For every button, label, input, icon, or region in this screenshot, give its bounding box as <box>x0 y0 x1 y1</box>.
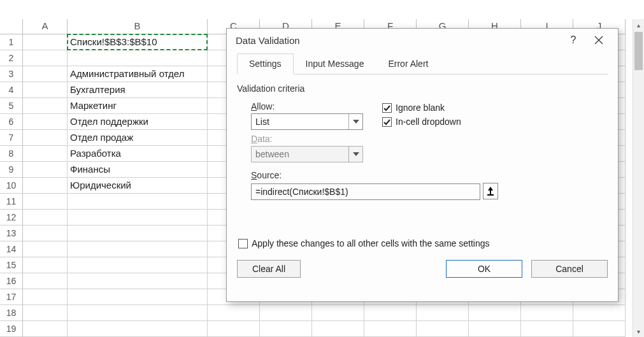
cell-A16[interactable] <box>23 273 68 289</box>
cell-E18[interactable] <box>312 305 364 321</box>
cell-I19[interactable] <box>521 321 573 337</box>
row-header-18[interactable]: 18 <box>0 305 23 321</box>
row-header-9[interactable]: 9 <box>0 162 23 178</box>
cell-A19[interactable] <box>23 321 68 337</box>
cell-B6[interactable]: Отдел поддержки <box>68 114 208 130</box>
tab-error-alert[interactable]: Error Alert <box>376 54 440 75</box>
apply-to-same-checkbox[interactable]: Apply these changes to all other cells w… <box>238 238 608 248</box>
cell-B4[interactable]: Бухгалтерия <box>68 82 208 98</box>
cell-E19[interactable] <box>312 321 364 337</box>
cell-H18[interactable] <box>469 305 521 321</box>
cell-A5[interactable] <box>23 98 68 114</box>
svg-marker-4 <box>488 187 493 194</box>
row-header-7[interactable]: 7 <box>0 130 23 146</box>
range-picker-icon <box>487 187 494 196</box>
cell-B17[interactable] <box>68 289 208 305</box>
incell-dropdown-checkbox[interactable]: In-cell dropdown <box>382 117 461 127</box>
row-header-1[interactable]: 1 <box>0 34 23 50</box>
cell-B14[interactable] <box>68 241 208 257</box>
tab-input-message[interactable]: Input Message <box>294 54 376 75</box>
column-header-b[interactable]: B <box>68 19 208 34</box>
scroll-down-icon[interactable]: ▾ <box>633 326 644 337</box>
row-header-13[interactable]: 13 <box>0 226 23 241</box>
cell-B5[interactable]: Маркетинг <box>68 98 208 114</box>
cell-A1[interactable] <box>23 34 68 50</box>
cell-G18[interactable] <box>417 305 469 321</box>
cell-G19[interactable] <box>417 321 469 337</box>
row-header-10[interactable]: 10 <box>0 178 23 194</box>
cell-B1[interactable]: Списки!$B$3:$B$10 <box>68 34 208 50</box>
cell-B12[interactable] <box>68 210 208 226</box>
tab-settings[interactable]: Settings <box>237 54 294 75</box>
row-header-16[interactable]: 16 <box>0 273 23 289</box>
row-header-4[interactable]: 4 <box>0 82 23 98</box>
cell-B13[interactable] <box>68 226 208 241</box>
cell-B11[interactable] <box>68 194 208 210</box>
row-header-15[interactable]: 15 <box>0 257 23 273</box>
dialog-titlebar[interactable]: Data Validation ? <box>227 29 618 52</box>
row-header-19[interactable]: 19 <box>0 321 23 337</box>
cell-A10[interactable] <box>23 178 68 194</box>
cell-A4[interactable] <box>23 82 68 98</box>
cell-B18[interactable] <box>68 305 208 321</box>
cell-A17[interactable] <box>23 289 68 305</box>
cell-B15[interactable] <box>68 257 208 273</box>
row-header-5[interactable]: 5 <box>0 98 23 114</box>
close-button[interactable] <box>586 31 612 50</box>
cell-H19[interactable] <box>469 321 521 337</box>
source-input[interactable]: =indirect(Списки!$B$1) <box>251 183 480 200</box>
row-header-14[interactable]: 14 <box>0 241 23 257</box>
cell-F18[interactable] <box>364 305 417 321</box>
clear-all-button[interactable]: Clear All <box>237 260 301 278</box>
cell-B7[interactable]: Отдел продаж <box>68 130 208 146</box>
ok-button[interactable]: OK <box>446 260 522 278</box>
cell-B9[interactable]: Финансы <box>68 162 208 178</box>
cell-J19[interactable] <box>573 321 626 337</box>
cell-A15[interactable] <box>23 257 68 273</box>
cell-B2[interactable] <box>68 50 208 66</box>
vertical-scrollbar[interactable]: ▴ ▾ <box>633 19 644 337</box>
cell-A9[interactable] <box>23 162 68 178</box>
cell-A8[interactable] <box>23 146 68 162</box>
row-header-3[interactable]: 3 <box>0 66 23 82</box>
cell-A13[interactable] <box>23 226 68 241</box>
cell-B16[interactable] <box>68 273 208 289</box>
cell-A14[interactable] <box>23 241 68 257</box>
cell-B19[interactable] <box>68 321 208 337</box>
row-header-6[interactable]: 6 <box>0 114 23 130</box>
cell-C19[interactable] <box>208 321 260 337</box>
ignore-blank-checkbox[interactable]: Ignore blank <box>382 103 461 113</box>
chevron-down-icon <box>348 147 362 162</box>
row-header-8[interactable]: 8 <box>0 146 23 162</box>
cell-B8[interactable]: Разработка <box>68 146 208 162</box>
cell-C18[interactable] <box>208 305 260 321</box>
cell-A7[interactable] <box>23 130 68 146</box>
scroll-thumb[interactable] <box>634 32 643 70</box>
cell-B3[interactable]: Административный отдел <box>68 66 208 82</box>
cell-J18[interactable] <box>573 305 626 321</box>
row-header-2[interactable]: 2 <box>0 50 23 66</box>
cell-D19[interactable] <box>260 321 312 337</box>
select-all-corner[interactable] <box>0 19 23 34</box>
column-header-a[interactable]: A <box>23 19 68 34</box>
cell-F19[interactable] <box>364 321 417 337</box>
data-select: between <box>251 146 363 162</box>
row-header-17[interactable]: 17 <box>0 289 23 305</box>
cell-A6[interactable] <box>23 114 68 130</box>
row-header-12[interactable]: 12 <box>0 210 23 226</box>
cell-D18[interactable] <box>260 305 312 321</box>
cell-A3[interactable] <box>23 66 68 82</box>
allow-select[interactable]: List <box>251 113 363 130</box>
cell-A18[interactable] <box>23 305 68 321</box>
cell-I18[interactable] <box>521 305 573 321</box>
cell-A11[interactable] <box>23 194 68 210</box>
scroll-up-icon[interactable]: ▴ <box>633 19 644 31</box>
cancel-button[interactable]: Cancel <box>531 260 608 278</box>
cell-A2[interactable] <box>23 50 68 66</box>
row-header-11[interactable]: 11 <box>0 194 23 210</box>
collapse-dialog-button[interactable] <box>483 183 498 199</box>
help-button[interactable]: ? <box>561 31 586 50</box>
row-headers: 12345678910111213141516171819 <box>0 34 23 337</box>
cell-B10[interactable]: Юридический <box>68 178 208 194</box>
cell-A12[interactable] <box>23 210 68 226</box>
